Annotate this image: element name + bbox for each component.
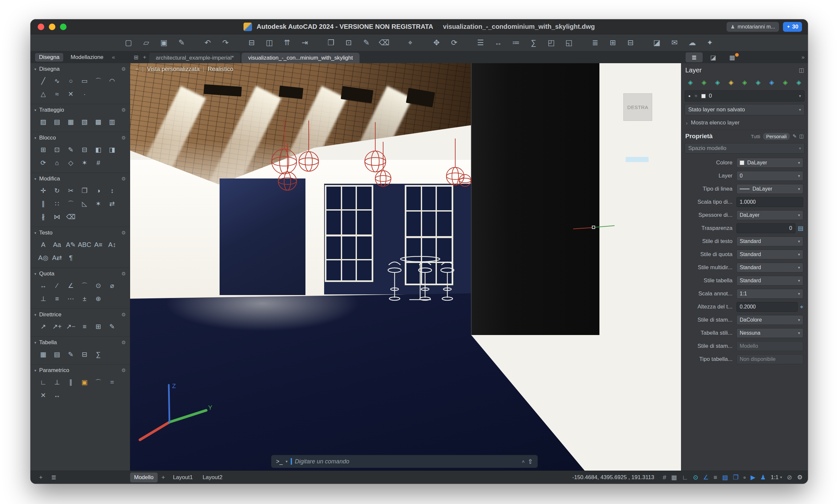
- email-icon[interactable]: ✉: [668, 37, 681, 49]
- trial-days-badge[interactable]: ✦ 30: [783, 22, 802, 32]
- export-table-icon[interactable]: ⊟: [78, 348, 91, 361]
- trim-icon[interactable]: ✂: [64, 184, 78, 197]
- minimize-button[interactable]: [49, 23, 55, 30]
- properties-palette-icon[interactable]: ☰: [474, 37, 487, 49]
- baseline-dimension-icon[interactable]: ≡: [50, 292, 64, 305]
- diameter-dimension-icon[interactable]: ⌀: [105, 279, 119, 292]
- property-dropdown[interactable]: DaLayer▾: [736, 158, 803, 168]
- user-account-button[interactable]: ♟ mnotarianni m...: [727, 22, 779, 32]
- sheet-set-manager-icon[interactable]: ⊟: [624, 37, 637, 49]
- define-attribute-icon[interactable]: ◧: [91, 143, 105, 156]
- manage-attributes-icon[interactable]: ◨: [105, 143, 119, 156]
- gear-icon[interactable]: ⚙: [122, 312, 126, 318]
- orbit-icon[interactable]: ⟳: [448, 37, 461, 49]
- merge-layers-icon[interactable]: ◈: [793, 77, 805, 87]
- ortho-mode-icon[interactable]: ∟: [682, 474, 688, 481]
- palette-section-header[interactable]: ▾Blocco⚙: [31, 132, 130, 142]
- edit-block-icon[interactable]: ✎: [64, 143, 78, 156]
- object-snap-icon[interactable]: ▫: [743, 474, 746, 481]
- palette-section-header[interactable]: ▾Modifica⚙: [31, 173, 130, 183]
- break-icon[interactable]: ∦: [36, 210, 50, 223]
- annotation-scale-button[interactable]: 1:1 ▾: [771, 474, 782, 481]
- lineweight-display-icon[interactable]: ≡: [714, 474, 717, 481]
- convert-text-icon[interactable]: A⇄: [50, 251, 64, 264]
- text-scale-icon[interactable]: A↕: [105, 238, 119, 251]
- measure-icon[interactable]: ↔: [492, 37, 505, 49]
- property-dropdown[interactable]: DaLayer▾: [736, 184, 803, 194]
- grid-display-icon[interactable]: #: [663, 474, 666, 481]
- lock-constraint-icon[interactable]: ▣: [78, 376, 91, 389]
- quick-calc-icon[interactable]: ∑: [527, 37, 540, 49]
- copy-clip-icon[interactable]: ❐: [325, 37, 337, 49]
- panel-dock-icon[interactable]: ◫: [799, 67, 804, 74]
- materials-palette-tab[interactable]: ◪: [705, 52, 722, 62]
- point-icon[interactable]: ∙: [78, 87, 91, 101]
- palette-section-header[interactable]: ▾Quota⚙: [31, 268, 130, 278]
- parallel-constraint-icon[interactable]: ∥: [64, 376, 78, 389]
- gear-icon[interactable]: ⚙: [122, 176, 126, 182]
- transparency-stack-icon[interactable]: ▤: [798, 224, 803, 232]
- chevron-down-icon[interactable]: ▾: [286, 459, 288, 464]
- arc-length-icon[interactable]: ⌒: [78, 279, 91, 292]
- ellipse-icon[interactable]: ◠: [105, 74, 119, 87]
- open-file-icon[interactable]: ▱: [140, 37, 153, 49]
- isodraft-icon[interactable]: ⊙: [693, 473, 698, 481]
- connect-icon[interactable]: ✦: [703, 37, 716, 49]
- viewport-view-name[interactable]: Vista personalizzata: [147, 66, 199, 73]
- scale-icon[interactable]: ↕: [105, 184, 119, 197]
- settings-gear-icon[interactable]: ⚙: [797, 473, 803, 481]
- selection-cycling-icon[interactable]: ❐: [733, 473, 738, 481]
- object-snap-tracking-icon[interactable]: ∠: [703, 473, 709, 481]
- property-dropdown[interactable]: Standard▾: [736, 250, 803, 259]
- hatch-vertical-icon[interactable]: ▥: [105, 115, 119, 128]
- export-pdf-icon[interactable]: ⇥: [298, 37, 311, 49]
- close-button[interactable]: [38, 23, 44, 30]
- tolerance-icon[interactable]: ±: [78, 292, 91, 305]
- freeze-layer-icon[interactable]: ◈: [712, 77, 723, 87]
- model-tab[interactable]: Modello: [130, 472, 158, 482]
- cloud-icon[interactable]: ☁: [686, 37, 699, 49]
- equal-constraint-icon[interactable]: =: [105, 376, 119, 389]
- perpendicular-constraint-icon[interactable]: ⊥: [50, 376, 64, 389]
- match-properties-icon[interactable]: ✎: [360, 37, 373, 49]
- selection-cursor-icon[interactable]: ⌖: [404, 37, 417, 49]
- block-base-icon[interactable]: ⌂: [50, 156, 64, 169]
- single-line-text-icon[interactable]: Aa: [50, 238, 64, 251]
- add-tab-icon[interactable]: +: [39, 474, 42, 481]
- property-dropdown[interactable]: Nessuna▾: [736, 328, 803, 338]
- chamfer-icon[interactable]: ◺: [78, 197, 91, 210]
- rotate-icon[interactable]: ↻: [50, 184, 64, 197]
- array-icon[interactable]: ∷: [50, 197, 64, 210]
- gear-icon[interactable]: ⚙: [122, 66, 126, 72]
- gear-icon[interactable]: ⚙: [122, 340, 126, 345]
- sync-attributes-icon[interactable]: ⟳: [36, 156, 50, 169]
- expand-panels-icon[interactable]: »: [802, 54, 805, 60]
- gear-icon[interactable]: ⚙: [122, 230, 126, 236]
- rectangle-icon[interactable]: ▭: [78, 74, 91, 87]
- leader-style-icon[interactable]: ✎: [105, 320, 119, 333]
- new-file-icon[interactable]: ▢: [122, 37, 135, 49]
- panel-dock-icon[interactable]: ◫: [799, 133, 804, 139]
- multiline-text-icon[interactable]: A: [36, 238, 50, 251]
- move-icon[interactable]: ✛: [36, 184, 50, 197]
- copy-icon[interactable]: ❐: [78, 184, 91, 197]
- hatch-cross-icon[interactable]: ▩: [91, 115, 105, 128]
- table-icon[interactable]: ▦: [36, 348, 50, 361]
- ungroup-icon[interactable]: ◱: [562, 37, 576, 49]
- lock-layer-icon[interactable]: ◈: [725, 77, 737, 87]
- palette-section-header[interactable]: ▾Direttrice⚙: [31, 308, 130, 319]
- remove-leader-icon[interactable]: ↗−: [64, 320, 78, 333]
- save-icon[interactable]: ▣: [157, 37, 171, 49]
- palette-tab-draw[interactable]: Disegna: [35, 53, 63, 61]
- arc-icon[interactable]: ⌒: [91, 74, 105, 87]
- explode-block-icon[interactable]: ✶: [78, 156, 91, 169]
- add-leader-icon[interactable]: ↗+: [50, 320, 64, 333]
- chevron-down-icon[interactable]: ▾: [799, 94, 801, 98]
- fix-constraint-icon[interactable]: ✕: [36, 389, 50, 402]
- explode-icon[interactable]: ✶: [91, 197, 105, 210]
- tab-overview-icon[interactable]: ⊞: [132, 54, 140, 61]
- edit-properties-icon[interactable]: ✎: [792, 133, 797, 139]
- new-layer-icon[interactable]: ◈: [698, 77, 710, 87]
- construction-line-icon[interactable]: ✕: [64, 87, 78, 101]
- paste-clip-icon[interactable]: ⊡: [342, 37, 355, 49]
